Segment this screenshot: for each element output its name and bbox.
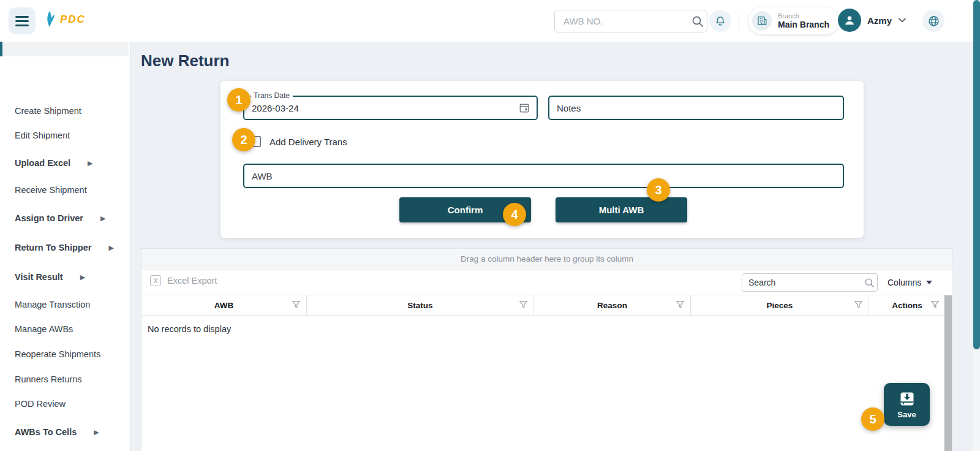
filter-icon[interactable]	[519, 300, 528, 311]
sidebar-item-receive-shipment[interactable]: Receive Shipment	[15, 183, 87, 197]
excel-export-button[interactable]: X Excel Export	[150, 275, 217, 286]
filter-icon[interactable]	[854, 300, 863, 311]
add-delivery-trans-label: Add Delivery Trans	[270, 137, 347, 147]
sidebar-item-visit-result[interactable]: Visit Result▶	[15, 270, 85, 284]
avatar	[838, 9, 861, 32]
page-title: New Return	[141, 51, 229, 70]
step-badge-5: 5	[861, 407, 884, 431]
grid-search-box	[742, 273, 878, 292]
hamburger-icon	[15, 16, 29, 18]
app-logo[interactable]: PDC	[44, 10, 86, 29]
excel-export-label: Excel Export	[167, 276, 217, 286]
sidebar-item-reoperate-shipments[interactable]: Reoperate Shipments	[15, 347, 100, 361]
submenu-arrow-icon: ▶	[108, 244, 113, 252]
awb-input[interactable]	[244, 171, 843, 181]
save-button[interactable]: Save	[884, 383, 930, 426]
grid-search-input[interactable]	[742, 278, 864, 287]
sidebar-item-assign-to-driver[interactable]: Assign to Driver▶	[15, 211, 105, 225]
trans-date-label: Trans Date	[251, 91, 293, 100]
sidebar-item-edit-shipment[interactable]: Edit Shipment	[15, 129, 70, 142]
column-header-pieces[interactable]: Pieces	[691, 295, 869, 315]
leaf-icon	[44, 10, 58, 29]
notifications-button[interactable]	[709, 10, 731, 32]
columns-chooser-button[interactable]: Columns	[888, 273, 932, 292]
logo-text: PDC	[60, 13, 86, 26]
grid-header-row: AWB Status Reason Pieces Actions	[141, 295, 952, 316]
sidebar-item-awbs-to-cells[interactable]: AWBs To Cells▶	[15, 425, 99, 439]
step-badge-2: 2	[232, 128, 255, 151]
search-icon[interactable]	[692, 15, 704, 28]
multi-awb-button[interactable]: Multi AWB	[556, 197, 687, 222]
filter-icon[interactable]	[292, 300, 301, 311]
building-icon	[752, 11, 772, 31]
step-badge-4: 4	[503, 203, 526, 226]
globe-icon	[927, 15, 940, 28]
table-scrollbar-track[interactable]	[944, 295, 952, 451]
branch-label: Branch	[778, 12, 829, 20]
sidebar-item-return-to-shipper[interactable]: Return To Shipper▶	[15, 241, 114, 254]
grid-body: No records to display	[141, 316, 952, 451]
notes-field	[548, 96, 844, 120]
topbar-divider	[739, 13, 739, 29]
step-badge-1: 1	[227, 88, 251, 112]
chevron-down-icon	[898, 17, 907, 23]
filter-icon[interactable]	[930, 300, 940, 311]
calendar-icon[interactable]	[518, 102, 530, 114]
empty-message: No records to display	[148, 324, 231, 334]
results-grid: Drag a column header here to group its c…	[141, 248, 953, 451]
branch-selector[interactable]: Branch Main Branch	[748, 7, 839, 34]
sidebar-item-pod-review[interactable]: POD Review	[15, 397, 66, 411]
trans-date-field: Trans Date	[243, 96, 538, 120]
user-name: Azmy	[867, 15, 892, 26]
column-header-status[interactable]: Status	[307, 295, 534, 315]
user-menu[interactable]: Azmy	[838, 9, 907, 32]
group-panel-text: Drag a column header here to group its c…	[461, 254, 633, 263]
top-bar: PDC Branch Main Branch	[0, 0, 980, 42]
sidebar-item-runners-returns[interactable]: Runners Returns	[15, 373, 82, 386]
page-scrollbar-thumb[interactable]	[973, 0, 980, 349]
column-header-reason[interactable]: Reason	[534, 295, 691, 315]
language-button[interactable]	[922, 10, 944, 32]
sidebar: Create Shipment Edit Shipment Upload Exc…	[0, 42, 130, 451]
save-button-label: Save	[897, 410, 916, 419]
excel-icon: X	[150, 275, 161, 286]
sidebar-item-manage-transction[interactable]: Manage Transction	[15, 298, 90, 311]
submenu-arrow-icon: ▶	[94, 428, 99, 436]
column-header-actions[interactable]: Actions	[869, 295, 945, 315]
sidebar-item-upload-excel[interactable]: Upload Excel▶	[15, 156, 93, 170]
trans-date-input[interactable]	[244, 103, 518, 113]
awb-field	[243, 164, 844, 188]
caret-down-icon	[926, 281, 932, 284]
search-icon[interactable]	[864, 278, 875, 288]
awb-search-box	[554, 10, 707, 32]
save-icon	[899, 390, 916, 407]
new-return-form: Trans Date Add Delivery Trans Confirm Mu…	[221, 81, 864, 238]
column-header-awb[interactable]: AWB	[141, 295, 307, 315]
branch-value: Main Branch	[778, 20, 829, 29]
group-panel[interactable]: Drag a column header here to group its c…	[141, 249, 952, 270]
table-scrollbar-thumb[interactable]	[944, 295, 952, 451]
sidebar-item-manage-awbs[interactable]: Manage AWBs	[15, 322, 73, 336]
add-delivery-trans-row: Add Delivery Trans	[250, 136, 347, 147]
awb-search-input[interactable]	[555, 16, 692, 26]
hamburger-menu-button[interactable]	[9, 7, 36, 34]
submenu-arrow-icon: ▶	[80, 273, 85, 281]
submenu-arrow-icon: ▶	[88, 159, 92, 167]
notes-input[interactable]	[549, 103, 843, 113]
filter-icon[interactable]	[676, 300, 685, 311]
step-badge-3: 3	[647, 178, 670, 202]
submenu-arrow-icon: ▶	[100, 214, 105, 222]
app-page: PDC Branch Main Branch	[0, 0, 980, 451]
sidebar-item-create-shipment[interactable]: Create Shipment	[15, 104, 81, 118]
grid-toolbar: X Excel Export Columns	[141, 270, 952, 295]
bell-icon	[714, 15, 726, 27]
